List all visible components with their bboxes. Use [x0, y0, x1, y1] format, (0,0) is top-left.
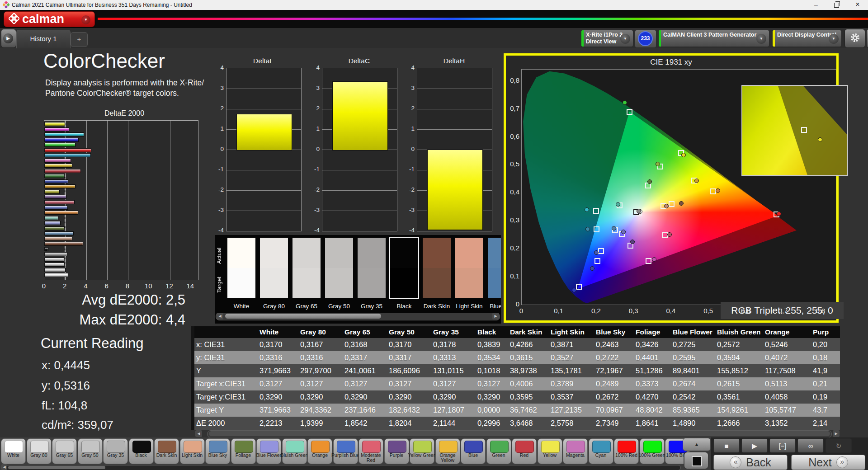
- actual-swatch: [488, 238, 501, 268]
- pattern-button-black[interactable]: Black: [129, 438, 154, 464]
- pattern-button-orange-yellow[interactable]: Orange Yellow: [435, 438, 460, 464]
- swatch-label: White: [224, 303, 259, 310]
- table-cell: 0,3316: [258, 351, 298, 364]
- pattern-button-blue-flower[interactable]: Blue Flower: [256, 438, 281, 464]
- deltae-bar: [44, 159, 71, 163]
- pattern-button-yellow-green[interactable]: Yellow Green: [410, 438, 434, 464]
- chevron-down-icon[interactable]: ▼: [620, 34, 630, 44]
- chevron-down-icon[interactable]: ▼: [81, 15, 90, 24]
- restore-button[interactable]: [826, 0, 847, 10]
- pattern-button-gray-50[interactable]: Gray 50: [78, 438, 103, 464]
- swatch-column: White: [227, 238, 255, 298]
- deltae-bar: [44, 169, 81, 173]
- swatch-label: Gray 50: [322, 303, 356, 310]
- scroll-right-icon[interactable]: ▶: [833, 430, 840, 437]
- refresh-button[interactable]: ↻: [826, 438, 852, 453]
- pattern-window-button[interactable]: [684, 451, 709, 470]
- table-cell: 2,14: [811, 417, 838, 430]
- pattern-label: Gray 50: [75, 453, 105, 458]
- collapse-panel-button[interactable]: ◀: [866, 29, 868, 48]
- delta-gridline: [417, 109, 492, 109]
- pattern-button-blue[interactable]: Blue: [461, 438, 486, 464]
- scrollbar-thumb[interactable]: [209, 431, 830, 436]
- swatch-strip-scrollbar[interactable]: ◀ ▶: [216, 313, 500, 320]
- pattern-button-gray-35[interactable]: Gray 35: [103, 438, 128, 464]
- pattern-button-gray-80[interactable]: Gray 80: [27, 438, 52, 464]
- palette-scrollbar[interactable]: ◀: [1, 465, 681, 470]
- pattern-button-green[interactable]: Green: [486, 438, 511, 464]
- continuous-button[interactable]: ∞: [797, 438, 824, 453]
- pattern-button-light-skin[interactable]: Light Skin: [180, 438, 205, 464]
- table-scrollbar[interactable]: [207, 430, 832, 438]
- cie-measured-dot: [630, 240, 635, 244]
- scroll-left-icon[interactable]: ◀: [1, 464, 7, 470]
- pattern-button-white[interactable]: White: [1, 438, 26, 464]
- pattern-label: Blue Flower: [254, 453, 283, 458]
- table-cell: 3,1352: [763, 417, 811, 430]
- restore-icon: [834, 3, 839, 8]
- pattern-generator-dropdown[interactable]: CalMAN Client 3 Pattern Generator ▼: [658, 30, 769, 47]
- actual-target-swatch-strip: Actual Target WhiteGray 80Gray 65Gray 50…: [215, 235, 501, 324]
- tab-history-1[interactable]: History 1: [16, 30, 71, 48]
- scrollbar-thumb[interactable]: [225, 314, 381, 319]
- pattern-button-gray-65[interactable]: Gray 65: [52, 438, 77, 464]
- pattern-swatch: [5, 441, 23, 453]
- pattern-button-foliage[interactable]: Foliage: [231, 438, 256, 464]
- meter-dropdown[interactable]: X-Rite i1Pro 2Direct View ▼: [581, 30, 633, 47]
- next-button[interactable]: Next »: [791, 455, 865, 470]
- scroll-right-icon[interactable]: ▶: [492, 313, 499, 320]
- title-bar: Calman 2021 Calman Ultimate for Business…: [0, 0, 868, 10]
- pattern-button-100-red[interactable]: 100% Red: [614, 438, 639, 464]
- pattern-button-red[interactable]: Red: [512, 438, 537, 464]
- table-cell: 0,3127: [298, 377, 343, 390]
- delta-axis-tick: -2: [212, 186, 224, 193]
- scroll-left-icon[interactable]: ◀: [217, 313, 223, 320]
- pattern-button-100-green[interactable]: 100% Green: [640, 438, 665, 464]
- pattern-swatch: [158, 441, 176, 453]
- calman-menu-button[interactable]: calman ▼: [4, 11, 95, 27]
- add-tab-button[interactable]: +: [71, 32, 88, 47]
- minimize-button[interactable]: –: [806, 0, 826, 10]
- cie-axis-tick: 0,7: [507, 104, 519, 112]
- cie-measured-dot: [664, 204, 669, 208]
- pattern-button-purplish-blue[interactable]: Purplish Blue: [333, 438, 358, 464]
- delta-axis-tick: 2: [308, 105, 320, 112]
- session-play-button[interactable]: ▶: [1, 29, 16, 48]
- back-button[interactable]: « Back: [713, 455, 788, 470]
- play-button[interactable]: ▶: [741, 438, 768, 453]
- current-reading-title: Current Reading: [41, 335, 143, 352]
- pattern-button-magenta[interactable]: Magenta: [563, 438, 588, 464]
- pattern-button-purple[interactable]: Purple: [384, 438, 409, 464]
- scroll-left-icon[interactable]: ◀: [195, 430, 202, 437]
- pattern-button-yellow[interactable]: Yellow: [538, 438, 562, 464]
- stop-button[interactable]: ■: [713, 438, 740, 453]
- pattern-button-bluish-green[interactable]: Bluish Green: [282, 438, 307, 464]
- scrollbar-thumb[interactable]: [8, 466, 105, 469]
- table-cell: 1,8641: [634, 417, 671, 430]
- table-column-header: Gray 80: [298, 326, 343, 338]
- settings-button[interactable]: [844, 29, 865, 48]
- table-cell: 0,3534: [476, 351, 508, 364]
- pattern-button-dark-skin[interactable]: Dark Skin: [154, 438, 179, 464]
- pattern-button-cyan[interactable]: Cyan: [589, 438, 613, 464]
- display-control-dropdown[interactable]: Direct Display Control ▼: [772, 30, 842, 47]
- chevron-down-icon[interactable]: ▼: [756, 34, 766, 44]
- target-swatch: [358, 268, 386, 298]
- cie-target-square: [593, 208, 599, 214]
- delta-axis-tick: 1: [212, 125, 224, 132]
- pattern-button-blue-sky[interactable]: Blue Sky: [205, 438, 230, 464]
- cie-axis-tick: 0,6: [736, 307, 755, 315]
- pattern-button-orange[interactable]: Orange: [307, 438, 332, 464]
- cie-measured-dot: [694, 179, 699, 183]
- table-column-header: Gray 50: [387, 326, 431, 338]
- delta-chart-title: DeltaH: [416, 57, 492, 65]
- close-button[interactable]: ×: [847, 0, 868, 10]
- chevron-down-icon[interactable]: ▼: [829, 34, 839, 44]
- swatch-label: Gray 80: [257, 303, 291, 310]
- single-measure-button[interactable]: [−]: [769, 438, 796, 453]
- cie-target-square: [669, 201, 675, 207]
- swatch-column: Light Skin: [455, 238, 483, 298]
- pattern-label: Bluish Green: [280, 453, 309, 458]
- collapse-toolbar-button[interactable]: ▲: [683, 438, 711, 451]
- pattern-button-moderate-red[interactable]: Moderate Red: [359, 438, 383, 464]
